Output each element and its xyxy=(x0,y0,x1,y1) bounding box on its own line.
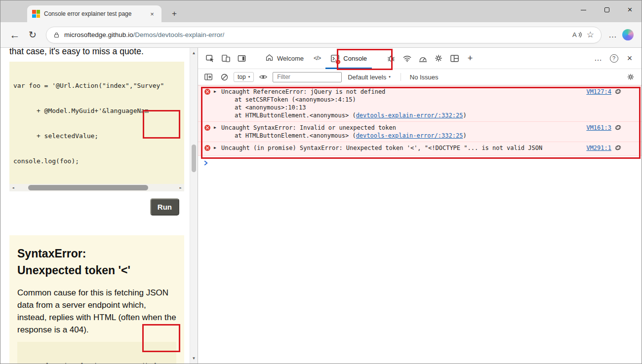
console-error-message: ▶ Uncaught ReferenceError: jQuery is not… xyxy=(198,85,642,122)
maximize-button[interactable] xyxy=(595,0,618,19)
url-path: /Demos/devtools-explain-error/ xyxy=(133,31,225,38)
vertical-scrollbar[interactable]: ▲ ▼ xyxy=(190,48,198,364)
scrollbar-thumb[interactable] xyxy=(192,145,196,172)
url-domain: microsoftedge.github.io xyxy=(64,31,133,38)
copilot-icon[interactable] xyxy=(622,29,634,40)
log-levels-label: Default levels xyxy=(348,73,386,81)
back-button[interactable]: ← xyxy=(8,30,21,40)
devtools-more-button[interactable]: … xyxy=(591,51,605,66)
chevron-down-icon: ▾ xyxy=(389,75,391,79)
console-prompt[interactable] xyxy=(198,156,642,171)
explain-error-icon[interactable] xyxy=(614,144,622,153)
inspect-element-button[interactable] xyxy=(202,51,217,66)
card-heading-line2: Unexpected token '<' xyxy=(17,264,130,277)
performance-button[interactable] xyxy=(415,51,430,66)
devtools-help-button[interactable]: ? xyxy=(606,51,621,66)
run-button-1[interactable]: Run xyxy=(150,198,179,216)
close-window-button[interactable]: × xyxy=(618,0,642,19)
layout-button[interactable] xyxy=(447,51,462,66)
vm-source-link[interactable]: VM161:3 xyxy=(586,124,611,132)
error-count-badge: × xyxy=(335,59,341,65)
lock-icon[interactable] xyxy=(53,32,60,38)
wifi-icon xyxy=(402,54,412,63)
devtools-panel: Welcome </> × Console xyxy=(198,48,642,364)
read-aloud-button[interactable]: A xyxy=(572,31,582,38)
explain-error-icon[interactable] xyxy=(614,124,622,133)
code-block-2: async function fetchAPIResponse() { cons… xyxy=(17,342,176,364)
divider xyxy=(401,73,401,81)
tab-welcome[interactable]: Welcome xyxy=(260,48,309,69)
horizontal-scrollbar[interactable]: ◄ ► xyxy=(9,184,184,191)
new-tab-button[interactable]: + xyxy=(169,8,180,19)
expand-triangle-icon[interactable]: ▶ xyxy=(214,89,218,94)
minimize-button[interactable] xyxy=(572,0,595,19)
stack-line: at setCSRFToken (<anonymous>:4:15) xyxy=(221,96,579,104)
console-error-message: ▶ Uncaught SyntaxError: Invalid or unexp… xyxy=(198,122,642,142)
navigation-bar: ← ↻ microsoftedge.github.io/Demos/devtoo… xyxy=(0,22,642,48)
network-conditions-button[interactable] xyxy=(400,51,414,66)
favorites-star-icon[interactable]: ☆ xyxy=(587,30,594,40)
tab-favicon xyxy=(32,10,40,18)
scroll-down-icon[interactable]: ▼ xyxy=(190,356,198,361)
stack-line: at <anonymous>:10:13 xyxy=(221,104,579,111)
console-sidebar-button[interactable] xyxy=(202,71,215,83)
expand-triangle-icon[interactable]: ▶ xyxy=(214,125,218,130)
expand-triangle-icon[interactable]: ▶ xyxy=(214,146,218,150)
prompt-chevron-icon xyxy=(203,160,209,167)
scrollbar-thumb[interactable] xyxy=(28,185,148,190)
code-brackets-icon: </> xyxy=(314,55,321,62)
settings-button[interactable] xyxy=(431,51,446,66)
device-emulation-button[interactable] xyxy=(218,51,233,66)
refresh-button[interactable]: ↻ xyxy=(26,30,39,39)
error-icon xyxy=(204,124,211,131)
console-output: ▶ Uncaught ReferenceError: jQuery is not… xyxy=(198,85,642,171)
code-line: async function fetchAPIResponse() { xyxy=(21,362,172,364)
error-message-text: Uncaught ReferenceError: jQuery is not d… xyxy=(221,88,579,96)
browser-tab[interactable]: Console error explainer test page × xyxy=(27,5,161,22)
issues-counter[interactable]: No Issues xyxy=(408,73,441,81)
syntax-error-card: SyntaxError:Unexpected token '<' Common … xyxy=(9,235,184,364)
tab-console[interactable]: × Console xyxy=(325,48,372,69)
scroll-up-icon[interactable]: ▲ xyxy=(190,51,198,55)
filter-input[interactable] xyxy=(273,72,342,82)
gear-icon xyxy=(627,73,635,81)
scroll-left-icon[interactable]: ◄ xyxy=(9,184,17,191)
console-settings-button[interactable] xyxy=(627,73,638,81)
console-error-message: ▶ Uncaught (in promise) SyntaxError: Une… xyxy=(198,142,642,156)
devtools-toolbar-right: … ? × xyxy=(590,51,638,66)
error-message-text: Uncaught SyntaxError: Invalid or unexpec… xyxy=(221,124,579,132)
code-line: console.log(foo); xyxy=(13,157,180,165)
devtools-toolbar: Welcome </> × Console xyxy=(198,48,642,69)
tab-sources[interactable]: </> xyxy=(309,48,325,69)
read-aloud-icon: A xyxy=(572,31,577,38)
stack-text: at HTMLButtonElement.<anonymous> ( xyxy=(235,132,356,139)
add-panel-button[interactable]: + xyxy=(463,51,478,66)
message-source: VM127:4 xyxy=(579,88,622,97)
log-levels-dropdown[interactable]: Default levels ▾ xyxy=(345,73,394,81)
bug-icon xyxy=(387,54,396,63)
devtools-close-button[interactable]: × xyxy=(622,51,637,66)
vm-source-link[interactable]: VM291:1 xyxy=(586,144,611,152)
context-selector[interactable]: top ▾ xyxy=(234,72,254,82)
message-source: VM161:3 xyxy=(579,124,622,133)
explain-error-icon[interactable] xyxy=(614,88,622,97)
vm-source-link[interactable]: VM127:4 xyxy=(586,88,611,96)
stack-line: at HTMLButtonElement.<anonymous> (devtoo… xyxy=(221,111,579,119)
stack-text: ) xyxy=(463,132,466,139)
source-link[interactable]: devtools-explain-error/:332:25 xyxy=(356,112,463,119)
run-row: Run xyxy=(0,198,179,216)
browser-menu-button[interactable]: … xyxy=(608,30,617,40)
dock-side-button[interactable] xyxy=(234,51,249,66)
issues-button[interactable] xyxy=(384,51,399,66)
live-expression-button[interactable] xyxy=(257,71,270,83)
source-link[interactable]: devtools-explain-error/:332:25 xyxy=(356,132,463,139)
scrollbar-track[interactable] xyxy=(17,184,177,191)
stack-line: at HTMLButtonElement.<anonymous> (devtoo… xyxy=(221,132,579,140)
address-bar[interactable]: microsoftedge.github.io/Demos/devtools-e… xyxy=(46,27,602,43)
webpage: that case, it's easy to miss a quote. va… xyxy=(0,48,190,364)
browser-window: Console error explainer test page × + × … xyxy=(0,0,642,364)
url-text: microsoftedge.github.io/Demos/devtools-e… xyxy=(64,31,224,38)
tab-close-icon[interactable]: × xyxy=(148,9,157,18)
clear-console-button[interactable] xyxy=(218,71,231,83)
scroll-right-icon[interactable]: ► xyxy=(177,184,184,191)
